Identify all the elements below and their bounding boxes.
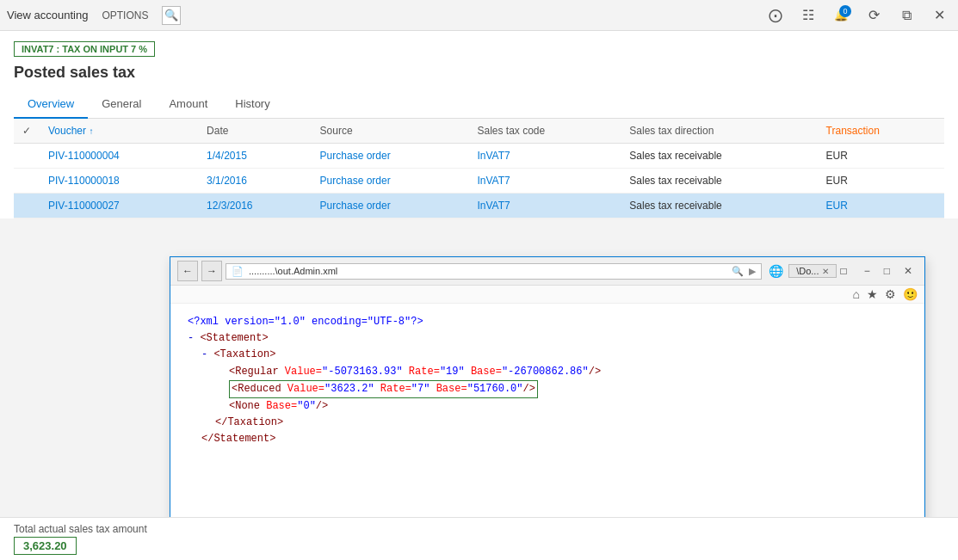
refresh-button[interactable]: ⟳ <box>862 3 886 28</box>
row-sales-tax-direction: Sales tax receivable <box>621 194 817 218</box>
new-tab-button[interactable]: □ <box>840 265 846 277</box>
row-transaction: EUR <box>818 144 944 169</box>
row-sales-tax-code[interactable]: InVAT7 <box>468 194 621 218</box>
row-check <box>14 144 40 169</box>
col-sales-tax-direction[interactable]: Sales tax direction <box>621 119 817 144</box>
address-text: ..........\out.Admin.xml <box>249 266 726 276</box>
total-amount-box: 3,623.20 <box>14 537 77 555</box>
col-date[interactable]: Date <box>198 119 312 144</box>
browser-popup: ← → 📄 ..........\out.Admin.xml 🔍 ▶ 🌐 \Do… <box>170 256 925 523</box>
footer: Total actual sales tax amount 3,623.20 <box>0 517 958 560</box>
home-icon[interactable]: ⌂ <box>853 287 860 301</box>
grid-icon: ⨀ <box>769 7 782 23</box>
col-sales-tax-code[interactable]: Sales tax code <box>468 119 621 144</box>
row-date: 1/4/2015 <box>198 144 312 169</box>
tab-amount[interactable]: Amount <box>155 90 221 119</box>
row-check <box>14 194 40 218</box>
popup-close-button[interactable]: ✕ <box>899 263 918 279</box>
restore-icon: ⧉ <box>902 8 912 23</box>
browser-tab[interactable]: \Do... ✕ <box>788 264 837 278</box>
options-menu[interactable]: OPTIONS <box>102 9 148 22</box>
total-label: Total actual sales tax amount <box>14 523 944 535</box>
search-icon: 🔍 <box>164 9 178 22</box>
table-row[interactable]: PIV-110000004 1/4/2015 Purchase order In… <box>14 144 944 169</box>
browser-tab-close-button[interactable]: ✕ <box>822 267 829 276</box>
table-row[interactable]: PIV-110000018 3/1/2016 Purchase order In… <box>14 169 944 194</box>
maximize-button[interactable]: □ <box>879 263 895 279</box>
browser-titlebar: ← → 📄 ..........\out.Admin.xml 🔍 ▶ 🌐 \Do… <box>170 257 924 286</box>
smiley-icon[interactable]: 🙂 <box>903 287 918 301</box>
close-icon: ✕ <box>934 7 945 23</box>
browser-tab-bar: \Do... ✕ □ <box>788 264 847 278</box>
table-row[interactable]: PIV-110000027 12/3/2016 Purchase order I… <box>14 194 944 218</box>
col-check: ✓ <box>14 119 40 144</box>
tab-overview[interactable]: Overview <box>14 90 88 119</box>
xml-line-4: <Regular Value="-5073163.93" Rate="19" B… <box>229 364 907 380</box>
main-table: ✓ Voucher ↑ Date Source Sales tax code S… <box>14 119 944 218</box>
star-icon[interactable]: ★ <box>867 287 878 301</box>
xml-line-5: <Reduced Value="3623.2" Rate="7" Base="5… <box>229 380 907 398</box>
row-source: Purchase order <box>312 169 469 194</box>
xml-line-2: - <Statement> <box>188 330 907 347</box>
ie-icon: 🌐 <box>769 264 783 278</box>
col-transaction[interactable]: Transaction <box>818 119 944 144</box>
row-date: 12/3/2016 <box>198 194 312 218</box>
page-icon: 📄 <box>232 266 244 277</box>
check-icon: ✓ <box>22 125 31 137</box>
table-container: ✓ Voucher ↑ Date Source Sales tax code S… <box>14 119 944 218</box>
row-transaction: EUR <box>818 169 944 194</box>
col-voucher[interactable]: Voucher ↑ <box>40 119 198 144</box>
sort-arrow-icon: ↑ <box>89 126 93 136</box>
row-source: Purchase order <box>312 194 469 218</box>
office-icon-button[interactable]: ☷ <box>796 3 820 28</box>
row-sales-tax-direction: Sales tax receivable <box>621 144 817 169</box>
notification-button[interactable]: 🔔 0 <box>829 3 853 28</box>
xml-line-8: </Statement> <box>201 431 907 447</box>
top-bar: View accounting OPTIONS 🔍 ⨀ ☷ 🔔 0 ⟳ ⧉ ✕ <box>0 0 958 31</box>
tab-general[interactable]: General <box>88 90 155 119</box>
xml-line-7: </Taxation> <box>215 415 907 431</box>
row-sales-tax-code[interactable]: InVAT7 <box>468 144 621 169</box>
search-mini-icon: 🔍 <box>732 266 744 277</box>
tabs: Overview General Amount History <box>14 90 944 119</box>
xml-highlighted-line: <Reduced Value="3623.2" Rate="7" Base="5… <box>229 380 538 398</box>
row-voucher[interactable]: PIV-110000027 <box>40 194 198 218</box>
row-source: Purchase order <box>312 144 469 169</box>
notification-badge: 0 <box>839 5 851 17</box>
row-voucher[interactable]: PIV-110000018 <box>40 169 198 194</box>
row-transaction: EUR <box>818 194 944 218</box>
xml-line-3: - <Taxation> <box>201 347 907 363</box>
browser-toolbar: ⌂ ★ ⚙ 🙂 <box>170 286 924 304</box>
settings-icon[interactable]: ⚙ <box>885 287 896 301</box>
nav-arrow-icon: ▶ <box>749 266 756 277</box>
office-icon: ☷ <box>802 7 814 23</box>
search-button[interactable]: 🔍 <box>162 6 181 25</box>
row-check <box>14 169 40 194</box>
close-button[interactable]: ✕ <box>927 3 951 28</box>
row-sales-tax-direction: Sales tax receivable <box>621 169 817 194</box>
xml-line-6: <None Base="0"/> <box>229 398 907 415</box>
col-source[interactable]: Source <box>312 119 469 144</box>
minimize-button[interactable]: − <box>859 263 875 279</box>
row-date: 3/1/2016 <box>198 169 312 194</box>
filter-badge: INVAT7 : TAX ON INPUT 7 % <box>14 41 155 57</box>
main-content: INVAT7 : TAX ON INPUT 7 % Posted sales t… <box>0 31 958 218</box>
forward-button[interactable]: → <box>201 261 222 281</box>
refresh-icon: ⟳ <box>868 7 880 23</box>
browser-nav: ← → 📄 ..........\out.Admin.xml 🔍 ▶ 🌐 <box>177 261 783 281</box>
back-button[interactable]: ← <box>177 261 198 281</box>
page-title: Posted sales tax <box>14 64 944 82</box>
row-voucher[interactable]: PIV-110000004 <box>40 144 198 169</box>
address-bar[interactable]: 📄 ..........\out.Admin.xml 🔍 ▶ <box>226 263 762 280</box>
row-sales-tax-code[interactable]: InVAT7 <box>468 169 621 194</box>
restore-button[interactable]: ⧉ <box>894 3 918 28</box>
view-accounting-nav[interactable]: View accounting <box>7 9 88 22</box>
grid-icon-button[interactable]: ⨀ <box>763 3 788 28</box>
browser-tab-label: \Do... <box>796 266 819 276</box>
tab-history[interactable]: History <box>221 90 283 119</box>
xml-line-1: <?xml version="1.0" encoding="UTF-8"?> <box>188 314 907 330</box>
xml-content: <?xml version="1.0" encoding="UTF-8"?> -… <box>170 304 924 522</box>
